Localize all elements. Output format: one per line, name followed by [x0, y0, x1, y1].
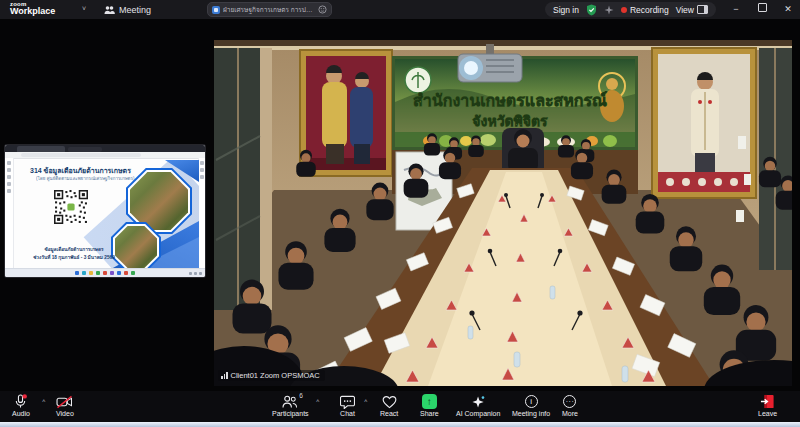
- status-sparkle-icon[interactable]: [604, 5, 614, 15]
- more-label: More: [562, 410, 578, 417]
- banner-line2: จังหวัดพิจิตร: [472, 113, 548, 129]
- react-button[interactable]: React: [380, 394, 398, 417]
- ai-sparkle-icon: [471, 395, 486, 409]
- presentation-slide: 314 ข้อมูลเตือนภัยด้านการเกษตร (โดย ศูนย…: [14, 160, 199, 269]
- leave-button[interactable]: Leave: [758, 394, 777, 417]
- slide-footer-line1: ข้อมูลเตือนภัยด้านการเกษตร: [17, 246, 131, 253]
- maximize-button[interactable]: [756, 0, 768, 19]
- audio-button[interactable]: Audio: [12, 394, 30, 417]
- video-feed[interactable]: สำนักงานเกษตรและสหกรณ์ จังหวัดพิจิตร: [214, 40, 792, 386]
- audio-label: Audio: [12, 410, 30, 417]
- meeting-toolbar: Audio ˄ Video 6 Participants ˄: [0, 391, 800, 422]
- qr-code: [54, 190, 88, 224]
- participants-button[interactable]: 6 Participants: [272, 394, 309, 417]
- meeting-info-label: Meeting info: [512, 410, 550, 417]
- meeting-room-scene: สำนักงานเกษตรและสหกรณ์ จังหวัดพิจิตร: [214, 40, 792, 386]
- shared-screen-thumbnail[interactable]: 314 ข้อมูลเตือนภัยด้านการเกษตร (โดย ศูนย…: [5, 145, 205, 277]
- minimize-button[interactable]: −: [730, 0, 742, 19]
- doc-tab-icon: [212, 6, 220, 14]
- royal-portrait-right: [652, 48, 756, 198]
- participants-chevron-up-icon[interactable]: ˄: [316, 398, 320, 404]
- windows-taskbar: [5, 268, 205, 277]
- chevron-down-icon[interactable]: ˅: [82, 5, 86, 12]
- meeting-main-area: 314 ข้อมูลเตือนภัยด้านการเกษตร (โดย ศูนย…: [0, 19, 800, 391]
- video-button[interactable]: Video: [56, 394, 74, 417]
- shield-check-icon[interactable]: [586, 4, 597, 16]
- doc-tab[interactable]: ฝ่ายเศรษฐกิจการเกษตร การประชุมศูนย์ติดตา…: [207, 2, 332, 17]
- slide-subtitle: (โดย ศูนย์ติดตามและพยากรณ์เศรษฐกิจการเกษ…: [36, 175, 134, 182]
- maximize-icon: [758, 3, 767, 12]
- heart-icon: [382, 395, 397, 409]
- editor-right-toolbar: [198, 158, 205, 269]
- more-button[interactable]: ··· More: [562, 394, 578, 417]
- leave-label: Leave: [758, 410, 777, 417]
- leave-door-icon: [760, 394, 775, 409]
- view-label: View: [676, 5, 694, 15]
- share-screen-icon: ↑: [422, 394, 437, 409]
- mic-icon: [14, 394, 27, 409]
- editor-left-toolbar: [5, 158, 14, 269]
- video-label: Video: [56, 410, 74, 417]
- camera-off-icon: [56, 395, 73, 409]
- participants-label: Participants: [272, 410, 309, 417]
- meeting-info-button[interactable]: i Meeting info: [512, 394, 550, 417]
- chat-icon: [340, 395, 355, 409]
- doc-tab-title: ฝ่ายเศรษฐกิจการเกษตร การประชุมศูนย์ติดตา…: [223, 5, 315, 15]
- share-label: Share: [420, 410, 439, 417]
- chat-label: Chat: [340, 410, 355, 417]
- titlebar-right-controls: Sign in Recording View − ✕: [545, 0, 800, 19]
- browser-url-bar: [21, 153, 141, 157]
- watermark-text: Client01 Zoom OPSMOAC: [231, 371, 320, 380]
- sign-in-button[interactable]: Sign in: [553, 5, 579, 15]
- share-button[interactable]: ↑ Share: [420, 394, 439, 417]
- meeting-people-icon: [104, 5, 115, 15]
- signal-bars-icon: [221, 372, 228, 379]
- recording-indicator: Recording: [621, 5, 669, 15]
- meeting-tab-label: Meeting: [119, 5, 151, 15]
- recording-dot-icon: [621, 7, 627, 13]
- recording-label: Recording: [630, 5, 669, 15]
- browser-tab-bar: [5, 145, 205, 152]
- chat-chevron-up-icon[interactable]: ˄: [364, 398, 368, 404]
- royal-portrait-left: [300, 50, 392, 176]
- meeting-tab[interactable]: Meeting: [104, 0, 151, 19]
- muted-dot-icon: [23, 394, 27, 398]
- desktop-taskbar-edge: [0, 422, 800, 427]
- logo-workplace-text: Workplace: [10, 7, 55, 16]
- info-icon: i: [525, 395, 538, 408]
- titlebar-status-pill: Sign in Recording View: [545, 2, 716, 17]
- chat-button[interactable]: Chat: [340, 394, 355, 417]
- banner-line1: สำนักงานเกษตรและสหกรณ์: [413, 91, 607, 109]
- close-button[interactable]: ✕: [782, 0, 794, 19]
- slide-footer-line2: ช่วงวันที่ 18 กุมภาพันธ์ - 3 มีนาคม 2569: [17, 254, 131, 261]
- slide-footer: ข้อมูลเตือนภัยด้านการเกษตร ช่วงวันที่ 18…: [14, 246, 134, 261]
- watermark: Client01 Zoom OPSMOAC: [218, 370, 325, 381]
- participants-count-badge: 6: [299, 392, 303, 399]
- zoom-workplace-logo: zoom Workplace: [10, 1, 55, 16]
- layout-icon: [697, 5, 708, 14]
- ai-companion-label: AI Companion: [456, 410, 500, 417]
- window-controls: − ✕: [730, 0, 794, 19]
- glass-door-left: [214, 48, 272, 310]
- react-label: React: [380, 410, 398, 417]
- emoji-icon[interactable]: [318, 5, 327, 14]
- more-icon: ···: [563, 395, 576, 408]
- view-button[interactable]: View: [676, 5, 708, 15]
- title-bar: zoom Workplace ˅ Meeting ฝ่ายเศรษฐกิจการ…: [0, 0, 800, 19]
- audio-chevron-up-icon[interactable]: ˄: [42, 398, 46, 404]
- ai-companion-button[interactable]: AI Companion: [456, 394, 500, 417]
- participants-icon: [282, 395, 298, 409]
